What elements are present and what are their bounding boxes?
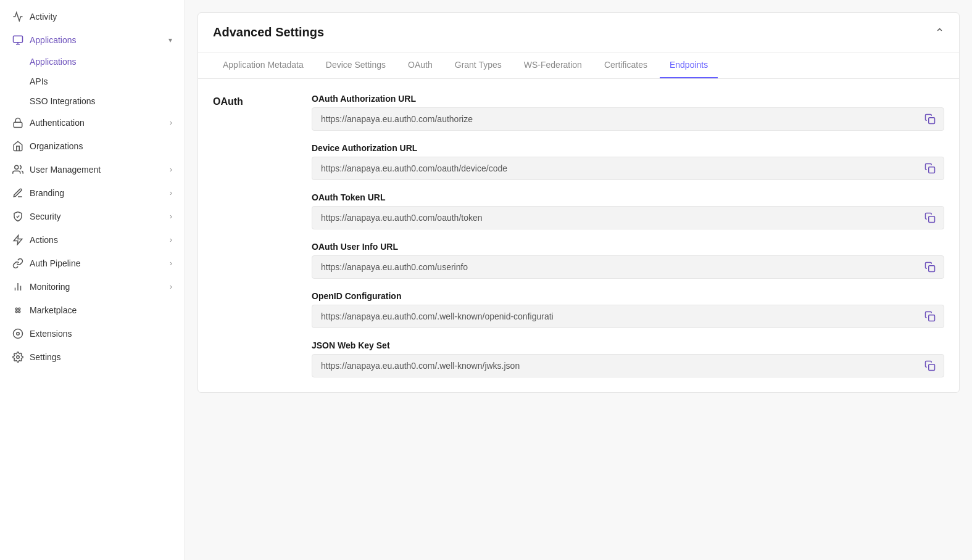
sidebar-label-security: Security — [30, 212, 61, 221]
sidebar-item-applications[interactable]: Applications ▾ — [0, 28, 185, 52]
svg-rect-19 — [929, 315, 935, 321]
sidebar-label-branding: Branding — [30, 188, 64, 198]
chevron-right-icon-pipeline: › — [170, 259, 172, 268]
copy-icon-token — [924, 212, 936, 223]
svg-rect-16 — [929, 167, 935, 173]
svg-point-13 — [17, 332, 20, 336]
sidebar-item-branding[interactable]: Branding › — [0, 181, 185, 205]
tab-certificates[interactable]: Certificates — [594, 52, 657, 78]
copy-icon-openid — [924, 311, 936, 322]
tab-application-metadata[interactable]: Application Metadata — [213, 52, 314, 78]
auth-pipeline-icon — [12, 258, 23, 269]
svg-rect-0 — [14, 36, 23, 43]
activity-icon — [12, 11, 23, 22]
sidebar-item-actions[interactable]: Actions › — [0, 228, 185, 252]
endpoints-list: OAuth Authorization URL Device Authoriza… — [312, 94, 944, 377]
svg-rect-20 — [929, 364, 935, 371]
applications-icon — [12, 35, 23, 46]
chevron-right-icon-security: › — [170, 212, 172, 221]
sidebar-sub-apis[interactable]: APIs — [0, 72, 185, 91]
sidebar-label-user-management: User Management — [30, 165, 101, 175]
sidebar-sub-sso-integrations[interactable]: SSO Integrations — [0, 91, 185, 111]
endpoint-group-user-info: OAuth User Info URL — [312, 242, 944, 279]
branding-icon — [12, 187, 23, 199]
card-title: Advanced Settings — [213, 25, 324, 39]
sidebar-label-authentication: Authentication — [30, 118, 85, 128]
endpoint-label-user-info: OAuth User Info URL — [312, 242, 944, 252]
endpoint-input-wrapper-user-info — [312, 255, 944, 279]
endpoint-group-jwks: JSON Web Key Set — [312, 340, 944, 377]
security-icon — [12, 211, 23, 222]
tab-grant-types[interactable]: Grant Types — [445, 52, 512, 78]
endpoint-input-user-info[interactable] — [312, 255, 944, 279]
sidebar-label-activity: Activity — [30, 12, 57, 22]
monitoring-icon — [12, 281, 23, 292]
tabs-bar: Application Metadata Device Settings OAu… — [198, 52, 959, 79]
svg-rect-3 — [14, 122, 22, 127]
endpoint-input-wrapper-oauth-token — [312, 206, 944, 229]
endpoint-input-wrapper-device-auth — [312, 157, 944, 180]
copy-button-oauth-token[interactable] — [922, 210, 938, 226]
sidebar-label-auth-pipeline: Auth Pipeline — [30, 258, 81, 268]
sidebar-item-settings[interactable]: Settings — [0, 345, 185, 369]
endpoint-input-oauth-auth[interactable] — [312, 107, 944, 131]
sidebar: Activity Applications ▾ Applications API… — [0, 0, 185, 560]
svg-rect-17 — [929, 216, 935, 223]
sidebar-item-activity[interactable]: Activity — [0, 5, 185, 28]
copy-button-device-auth[interactable] — [922, 160, 938, 176]
tab-oauth[interactable]: OAuth — [398, 52, 442, 78]
svg-point-9 — [15, 308, 17, 310]
chevron-right-icon-branding: › — [170, 189, 172, 197]
sidebar-item-security[interactable]: Security › — [0, 205, 185, 228]
sidebar-item-extensions[interactable]: Extensions — [0, 322, 185, 345]
endpoint-input-device-auth[interactable] — [312, 157, 944, 180]
endpoint-input-wrapper-oauth-auth — [312, 107, 944, 131]
sidebar-item-monitoring[interactable]: Monitoring › — [0, 275, 185, 299]
sidebar-item-user-management[interactable]: User Management › — [0, 158, 185, 181]
svg-rect-15 — [929, 118, 935, 124]
copy-button-jwks[interactable] — [922, 358, 938, 374]
collapse-button[interactable]: ⌃ — [935, 26, 944, 39]
sidebar-item-auth-pipeline[interactable]: Auth Pipeline › — [0, 252, 185, 275]
copy-button-oauth-auth[interactable] — [922, 111, 938, 127]
settings-icon — [12, 352, 23, 363]
svg-point-11 — [15, 311, 17, 313]
endpoint-label-openid: OpenID Configuration — [312, 291, 944, 301]
sidebar-label-actions: Actions — [30, 235, 58, 245]
advanced-settings-card: Advanced Settings ⌃ Application Metadata… — [197, 12, 960, 393]
endpoint-label-oauth-auth: OAuth Authorization URL — [312, 94, 944, 104]
endpoint-input-openid[interactable] — [312, 305, 944, 328]
svg-point-4 — [15, 165, 19, 169]
sidebar-label-monitoring: Monitoring — [30, 282, 70, 292]
svg-rect-18 — [929, 266, 935, 272]
copy-icon-jwks — [924, 360, 936, 371]
extensions-icon — [12, 328, 23, 339]
chevron-right-icon-actions: › — [170, 236, 172, 244]
sidebar-label-extensions: Extensions — [30, 329, 72, 339]
endpoint-label-oauth-token: OAuth Token URL — [312, 192, 944, 202]
user-management-icon — [12, 164, 23, 175]
card-header: Advanced Settings ⌃ — [198, 13, 959, 52]
endpoint-label-jwks: JSON Web Key Set — [312, 340, 944, 350]
main-content: Advanced Settings ⌃ Application Metadata… — [185, 0, 972, 560]
sidebar-label-marketplace: Marketplace — [30, 305, 77, 315]
svg-point-10 — [19, 308, 20, 310]
tab-ws-federation[interactable]: WS-Federation — [514, 52, 592, 78]
tab-endpoints[interactable]: Endpoints — [660, 52, 718, 78]
sidebar-item-organizations[interactable]: Organizations — [0, 134, 185, 158]
sidebar-item-authentication[interactable]: Authentication › — [0, 111, 185, 134]
endpoint-group-openid: OpenID Configuration — [312, 291, 944, 328]
marketplace-icon — [12, 305, 23, 316]
tab-device-settings[interactable]: Device Settings — [316, 52, 396, 78]
sidebar-sub-applications[interactable]: Applications — [0, 52, 185, 72]
authentication-icon — [12, 117, 23, 128]
copy-icon — [924, 113, 936, 125]
endpoint-input-oauth-token[interactable] — [312, 206, 944, 229]
chevron-right-icon-auth: › — [170, 118, 172, 127]
copy-button-user-info[interactable] — [922, 259, 938, 275]
copy-button-openid[interactable] — [922, 308, 938, 324]
svg-point-14 — [17, 356, 20, 359]
sidebar-item-marketplace[interactable]: Marketplace — [0, 299, 185, 322]
endpoint-input-jwks[interactable] — [312, 354, 944, 377]
endpoint-input-wrapper-openid — [312, 305, 944, 328]
